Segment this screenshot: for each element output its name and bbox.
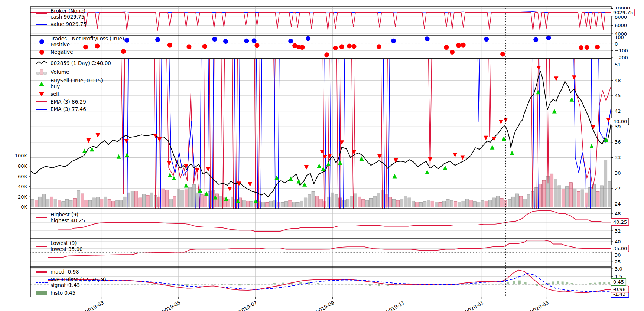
price-line xyxy=(30,71,611,197)
buy-marker-icon xyxy=(39,82,44,86)
ema-blue-icon xyxy=(36,109,47,110)
legend-label: histo 0.45 xyxy=(51,290,75,296)
y-axis-label-trades: −100 xyxy=(615,48,628,53)
x-tick-label: 2020-01 xyxy=(464,300,485,311)
legend-label: macd -0.98 xyxy=(51,269,79,275)
legend-icon-cell xyxy=(33,291,51,295)
value-tag-macd: -0.98 xyxy=(611,286,629,293)
panel-border-highest xyxy=(30,209,611,238)
legend-icon-cell xyxy=(33,13,51,15)
negative-trades xyxy=(83,43,600,58)
x-axis-labels: 2019-032019-052019-072019-092019-112020-… xyxy=(84,297,550,311)
legend-main-row-5: EMA (3) 77.46 xyxy=(33,107,111,112)
panel-broker: 100008000600040009029.75 xyxy=(30,6,634,37)
legend-label: sell xyxy=(51,91,59,97)
legend-icon-cell xyxy=(33,69,51,76)
svg-text:9029.75: 9029.75 xyxy=(613,10,633,15)
volume-axis-label: 100K xyxy=(15,153,27,158)
legend-broker: Broker (None)cash 9029.75value 9029.75 xyxy=(33,8,87,27)
svg-text:35.00: 35.00 xyxy=(613,246,627,251)
legend-trades-row-1: Negative xyxy=(33,49,124,55)
volume-icon xyxy=(36,69,47,76)
backtrader-figure: 100008000600040009029.751000−100−200100K… xyxy=(0,0,644,311)
x-tick-label: 2019-11 xyxy=(385,300,406,311)
legend-label: value 9029.75 xyxy=(51,22,87,27)
legend-label: MACDHisto (12, 26, 9)signal -1.43 xyxy=(51,277,106,288)
legend-label: Broker (None)cash 9029.75 xyxy=(51,8,85,20)
ema-blue-line xyxy=(121,0,611,311)
legend-icon-cell xyxy=(33,50,51,55)
legend-main: 002859 (1 Day) C:40.00VolumeBuySell (Tru… xyxy=(33,60,111,112)
legend-main-row-3: sell xyxy=(33,91,111,97)
legend-broker-row-0: Broker (None)cash 9029.75 xyxy=(33,8,87,20)
x-tick-label: 2019-03 xyxy=(84,300,105,311)
panel-highest: 483240.25 xyxy=(30,209,629,238)
macd-line-icon xyxy=(36,271,47,273)
y-axis-label-main: 33 xyxy=(615,155,621,160)
highest-line-icon xyxy=(36,217,47,219)
y-axis-label-lowest: 25 xyxy=(615,259,621,265)
volume-bars xyxy=(31,160,611,207)
signal-line-icon xyxy=(36,282,48,283)
y-axis-label-macd: 3.0 xyxy=(615,266,622,272)
y-axis-label-trades: −200 xyxy=(615,55,628,60)
legend-lowest-row-0: Lowest (9)lowest 35.00 xyxy=(33,240,83,252)
y-axis-label-main: 45 xyxy=(615,93,621,98)
volume-axis-label: 80K xyxy=(18,163,27,169)
svg-text:-0.98: -0.98 xyxy=(613,287,626,292)
legend-macd-row-0: macd -0.98 xyxy=(33,269,106,275)
legend-highest-row-0: Highest (9)highest 40.25 xyxy=(33,212,85,223)
legend-label: EMA (3) 86.29 xyxy=(51,99,86,105)
legend-icon-cell xyxy=(33,217,51,219)
y-axis-label-lowest: 40 xyxy=(615,239,621,245)
legend-lowest: Lowest (9)lowest 35.00 xyxy=(33,240,83,252)
x-tick-label: 2019-05 xyxy=(161,300,182,311)
legend-highest: Highest (9)highest 40.25 xyxy=(33,212,85,223)
price-line-icon xyxy=(36,60,48,67)
panel-border-main xyxy=(30,59,611,209)
y-axis-label-trades: 0 xyxy=(615,41,618,47)
volume-axis-label: 40K xyxy=(18,184,27,189)
y-axis-label-main: 42 xyxy=(615,108,621,114)
cash-line-icon xyxy=(36,13,47,15)
lowest-line-icon xyxy=(36,246,47,247)
legend-label: EMA (3) 77.46 xyxy=(51,107,86,112)
legend-label: Volume xyxy=(51,69,69,75)
cash-line xyxy=(30,13,611,31)
legend-macd-row-1: MACDHisto (12, 26, 9)signal -1.43 xyxy=(33,277,106,288)
x-tick-label: 2019-09 xyxy=(315,300,335,311)
legend-macd-row-2: histo 0.45 xyxy=(33,290,106,296)
value-tag-highest: 40.25 xyxy=(611,219,629,226)
value-line-icon xyxy=(36,24,47,25)
legend-label: Lowest (9)lowest 35.00 xyxy=(51,240,83,252)
legend-icon-cell xyxy=(33,92,51,96)
sell-marker-icon xyxy=(39,92,44,96)
x-tick-label: 2020-03 xyxy=(529,300,550,311)
legend-icon-cell xyxy=(33,39,51,44)
y-axis-label-main: 36 xyxy=(615,139,621,145)
y-axis-label-main: 24 xyxy=(615,201,621,207)
panel-macd: 3.01.5−1.5-1.43-0.980.45 xyxy=(30,266,629,298)
svg-text:40.00: 40.00 xyxy=(613,119,627,124)
y-axis-label-main: 51 xyxy=(615,62,621,68)
legend-label: Highest (9)highest 40.25 xyxy=(51,212,85,223)
legend-icon-cell xyxy=(33,82,51,86)
legend-main-row-1: Volume xyxy=(33,69,111,76)
y-axis-label-lowest: 30 xyxy=(615,252,621,258)
y-axis-label-main: 30 xyxy=(615,170,621,176)
y-axis-label-broker: 6000 xyxy=(615,23,627,28)
legend-trades: Trades - Net Profit/Loss (True)PositiveN… xyxy=(33,36,124,55)
legend-main-row-0: 002859 (1 Day) C:40.00 xyxy=(33,60,111,67)
y-axis-label-main: 48 xyxy=(615,78,621,83)
legend-icon-cell xyxy=(33,271,51,273)
value-tag-lowest: 35.00 xyxy=(611,245,629,252)
legend-icon-cell xyxy=(33,24,51,25)
ema-red-line xyxy=(118,0,611,311)
value-tag-main: 40.00 xyxy=(611,118,629,125)
y-axis-label-trades: 100 xyxy=(615,35,624,40)
legend-icon-cell xyxy=(33,101,51,103)
legend-label: 002859 (1 Day) C:40.00 xyxy=(51,60,111,66)
legend-main-row-4: EMA (3) 86.29 xyxy=(33,99,111,105)
histo-icon xyxy=(36,291,47,295)
volume-axis-label: 0K xyxy=(21,204,27,210)
